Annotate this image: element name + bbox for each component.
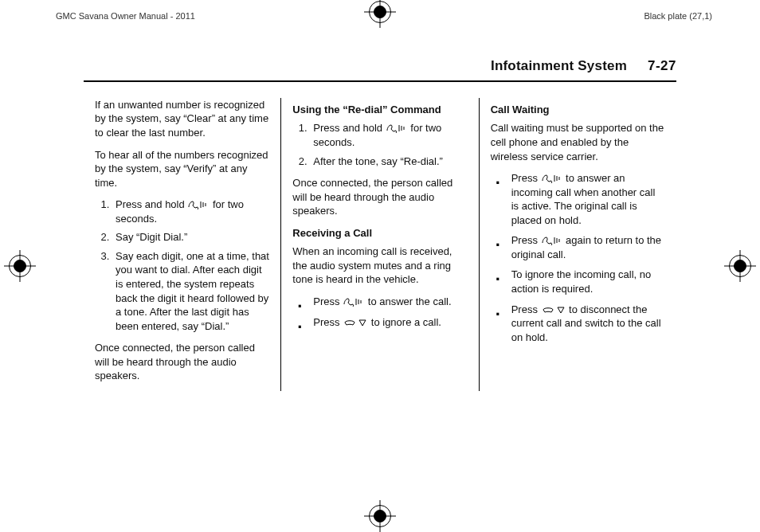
column-2: Using the “Re-dial” Command Press and ho…	[280, 98, 478, 391]
list-text: Press	[511, 172, 541, 184]
list-text: Say each digit, one at a time, that you …	[116, 250, 269, 332]
c3-heading: Call Waiting	[491, 103, 665, 117]
list-item: To ignore the incoming call, no action i…	[491, 268, 665, 295]
list-text: After the tone, say “Re-dial.”	[313, 155, 443, 167]
list-item: Press and hold for two seconds.	[310, 121, 467, 149]
phone-talk-icon	[188, 200, 209, 209]
c1-paragraph: If an unwanted number is recognized by t…	[95, 98, 269, 140]
body-columns: If an unwanted number is recognized by t…	[84, 98, 676, 391]
c2-bullet-list: Press to answer the call. Press to ignor…	[292, 295, 467, 329]
c3-paragraph: Call waiting must be supported on the ce…	[491, 121, 665, 163]
hangup-icon	[542, 305, 566, 315]
list-item: Press again to return to the original ca…	[491, 233, 665, 261]
list-text: to ignore a call.	[368, 316, 441, 328]
hangup-icon	[343, 318, 367, 327]
list-text: Say “Digit Dial.”	[116, 231, 187, 243]
list-text: Press and hold	[313, 122, 385, 134]
c1-ordered-list: Press and hold for two seconds. Say “Dig…	[95, 198, 269, 333]
section-page-number: 7-27	[648, 57, 676, 76]
list-item: Say “Digit Dial.”	[112, 230, 269, 244]
list-text: Press	[511, 234, 541, 246]
list-item: Press to answer the call.	[292, 295, 467, 309]
c2-paragraph: When an incoming call is received, the a…	[292, 244, 467, 287]
registration-mark-left	[4, 250, 36, 282]
list-text: Press	[313, 316, 343, 328]
c2-ordered-list: Press and hold for two seconds. After th…	[292, 121, 467, 168]
list-text: Press	[313, 295, 343, 307]
list-item: Press to ignore a call.	[292, 315, 467, 330]
page-sheet: GMC Savana Owner Manual - 2011 Black pla…	[0, 0, 760, 532]
section-title: Infotainment System	[491, 57, 627, 76]
c1-paragraph: To hear all of the numbers recognized by…	[95, 148, 269, 190]
list-item: Press to disconnect the current call and…	[491, 303, 665, 345]
print-header-left: GMC Savana Owner Manual - 2011	[56, 10, 195, 22]
list-text: Press and hold	[116, 198, 187, 210]
column-1: If an unwanted number is recognized by t…	[84, 98, 280, 391]
phone-talk-icon	[386, 123, 407, 133]
list-item: Press and hold for two seconds.	[112, 198, 269, 225]
c2-paragraph: Once connected, the person called will b…	[292, 176, 467, 218]
list-text: Press	[511, 303, 541, 315]
registration-mark-right	[724, 250, 756, 282]
registration-mark-bottom	[364, 500, 396, 532]
list-item: Say each digit, one at a time, that you …	[112, 249, 269, 333]
list-text: To ignore the incoming call, no action i…	[511, 268, 652, 295]
print-header: GMC Savana Owner Manual - 2011 Black pla…	[0, 8, 760, 24]
list-item: Press to answer an incoming call when an…	[491, 171, 665, 227]
content-frame: Infotainment System 7-27 If an unwanted …	[84, 57, 676, 484]
c1-paragraph: Once connected, the person called will b…	[95, 341, 269, 383]
phone-talk-icon	[542, 174, 562, 183]
c2-heading: Receiving a Call	[292, 226, 467, 241]
phone-talk-icon	[343, 297, 364, 307]
print-header-right: Black plate (27,1)	[644, 10, 712, 22]
column-3: Call Waiting Call waiting must be suppor…	[479, 98, 676, 391]
phone-talk-icon	[542, 236, 562, 245]
c3-bullet-list: Press to answer an incoming call when an…	[491, 171, 665, 344]
list-item: After the tone, say “Re-dial.”	[310, 155, 467, 169]
section-header: Infotainment System 7-27	[84, 57, 676, 82]
list-text: to answer the call.	[365, 295, 451, 307]
c2-heading: Using the “Re-dial” Command	[292, 103, 467, 117]
